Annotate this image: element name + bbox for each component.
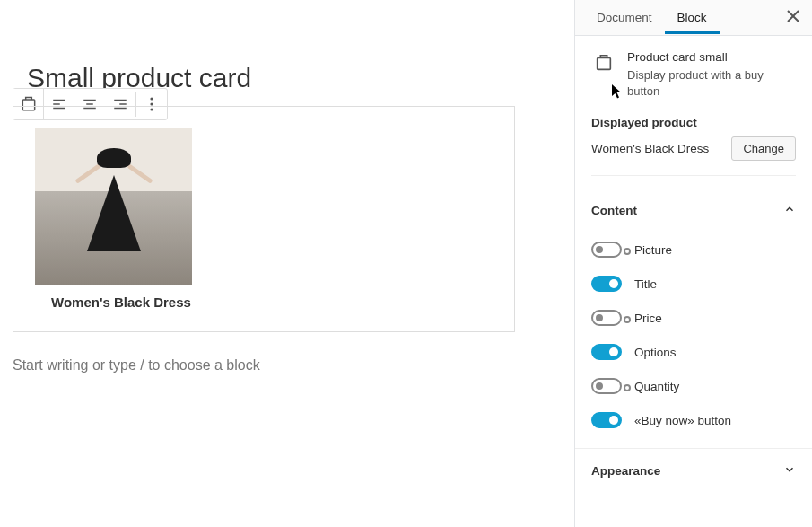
change-product-button[interactable]: Change bbox=[731, 136, 796, 161]
sidebar-tabs: Document Block bbox=[575, 0, 812, 36]
settings-sidebar: Document Block Product card small Displa… bbox=[574, 0, 812, 527]
block-info: Product card small Display product with … bbox=[575, 36, 812, 116]
block-info-title: Product card small bbox=[627, 50, 796, 64]
toggle-quantity[interactable] bbox=[591, 378, 622, 394]
toggle-options-label: Options bbox=[634, 346, 677, 359]
displayed-product-row: Women's Black Dress Change bbox=[591, 136, 796, 176]
toggle-options[interactable] bbox=[591, 344, 622, 360]
editor-canvas: Small product card Women's Bl bbox=[0, 0, 574, 373]
tab-block[interactable]: Block bbox=[665, 1, 720, 34]
product-card-title: Women's Black Dress bbox=[51, 294, 493, 310]
displayed-product-label: Displayed product bbox=[591, 116, 796, 129]
toggle-buy-now-label: «Buy now» button bbox=[634, 414, 731, 427]
svg-point-10 bbox=[150, 97, 153, 100]
svg-rect-15 bbox=[598, 58, 611, 70]
chevron-up-icon bbox=[783, 203, 796, 218]
chevron-down-icon bbox=[783, 463, 796, 479]
appearance-panel-header[interactable]: Appearance bbox=[575, 449, 812, 493]
toggle-quantity-label: Quantity bbox=[634, 380, 679, 393]
toggle-title-label: Title bbox=[634, 277, 657, 291]
content-panel-header[interactable]: Content bbox=[575, 189, 812, 233]
toggle-buy-now-row: «Buy now» button bbox=[575, 403, 812, 437]
shopping-bag-icon bbox=[591, 50, 616, 75]
block-info-description: Display product with a buy button bbox=[627, 67, 796, 100]
toggle-quantity-row: Quantity bbox=[575, 369, 812, 403]
toggle-picture-row: Picture bbox=[575, 233, 812, 267]
appearance-panel-label: Appearance bbox=[591, 464, 660, 478]
product-image bbox=[35, 128, 192, 285]
product-card-block[interactable]: Women's Black Dress bbox=[13, 106, 515, 332]
close-sidebar-button[interactable] bbox=[787, 10, 799, 26]
toggle-options-row: Options bbox=[575, 335, 812, 369]
toggle-picture[interactable] bbox=[591, 242, 622, 258]
content-panel-label: Content bbox=[591, 204, 637, 217]
toggle-price-row: Price bbox=[575, 301, 812, 335]
toggle-price[interactable] bbox=[591, 310, 622, 326]
toggle-price-label: Price bbox=[634, 312, 662, 325]
displayed-product-value: Women's Black Dress bbox=[591, 142, 709, 155]
toggle-picture-label: Picture bbox=[634, 243, 672, 257]
new-block-placeholder[interactable]: Start writing or type / to choose a bloc… bbox=[13, 357, 547, 373]
toggle-title-row: Title bbox=[575, 267, 812, 301]
toggle-buy-now[interactable] bbox=[591, 412, 622, 428]
tab-document[interactable]: Document bbox=[584, 1, 665, 34]
toggle-title[interactable] bbox=[591, 276, 622, 292]
